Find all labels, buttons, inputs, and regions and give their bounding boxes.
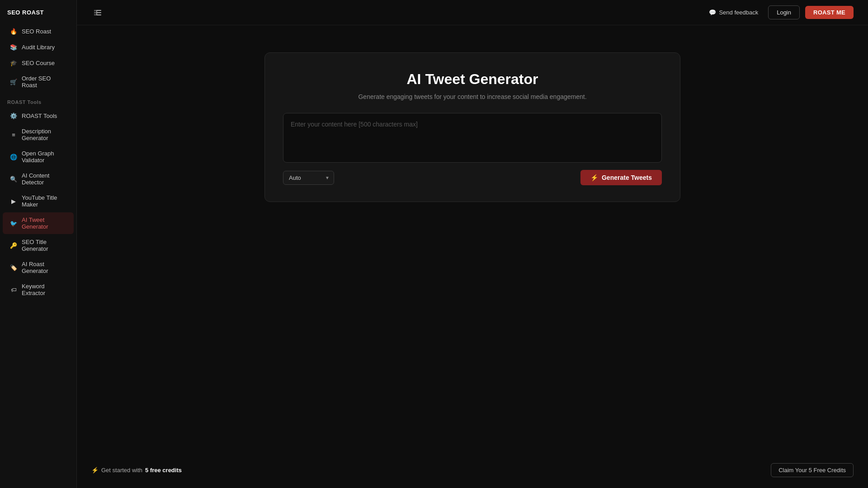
sidebar-item-ai-tweet-generator[interactable]: 🐦 AI Tweet Generator: [3, 212, 74, 234]
feedback-label: Send feedback: [719, 9, 758, 16]
generator-subtitle: Generate engaging tweets for your conten…: [358, 93, 586, 100]
sidebar-item-ai-content-detector[interactable]: 🔍 AI Content Detector: [3, 168, 74, 190]
sidebar-tools-label: ROAST Tools: [0, 93, 76, 108]
svg-rect-3: [94, 10, 97, 15]
sidebar-item-label-youtube-title-maker: YouTube Title Maker: [22, 194, 66, 208]
send-feedback-button[interactable]: 💬 Send feedback: [704, 6, 763, 19]
sidebar-item-description-generator[interactable]: ≡ Description Generator: [3, 124, 74, 145]
generator-card: AI Tweet Generator Generate engaging twe…: [264, 52, 680, 202]
sidebar-item-label-open-graph-validator: Open Graph Validator: [22, 150, 66, 164]
nav-icon-keyword-extractor: 🏷: [10, 286, 17, 293]
credits-prefix: Get started with: [101, 467, 142, 474]
nav-icon-roast-tools: ⚙️: [10, 112, 17, 119]
sidebar-item-label-ai-roast-generator: AI Roast Generator: [22, 261, 66, 274]
nav-icon-seo-title-generator: 🔑: [10, 242, 17, 249]
credits-emoji: ⚡: [91, 467, 99, 474]
sidebar-item-label-keyword-extractor: Keyword Extractor: [22, 283, 66, 296]
topbar-left: [91, 6, 104, 19]
sidebar-item-label-order-seo-roast: Order SEO Roast: [22, 75, 66, 89]
nav-icon-ai-tweet-generator: 🐦: [10, 220, 17, 227]
credits-info: ⚡ Get started with 5 free credits: [91, 467, 182, 474]
nav-icon-description-generator: ≡: [10, 131, 17, 138]
sidebar-brand: SEO ROAST: [0, 7, 76, 23]
feedback-icon: 💬: [709, 9, 716, 16]
sidebar-item-label-ai-tweet-generator: AI Tweet Generator: [22, 216, 66, 230]
nav-icon-ai-roast-generator: 🏷️: [10, 264, 17, 271]
generate-tweets-button[interactable]: ⚡ Generate Tweets: [580, 170, 662, 185]
main-area: 💬 Send feedback Login ROAST ME AI Tweet …: [77, 0, 868, 488]
nav-icon-youtube-title-maker: ▶: [10, 197, 17, 205]
sidebar: SEO ROAST 🔥 SEO Roast 📚 Audit Library 🎓 …: [0, 0, 77, 488]
sidebar-item-label-ai-content-detector: AI Content Detector: [22, 172, 66, 186]
bottom-bar: ⚡ Get started with 5 free credits Claim …: [77, 463, 868, 477]
sidebar-item-open-graph-validator[interactable]: 🌐 Open Graph Validator: [3, 146, 74, 168]
sidebar-top-section: 🔥 SEO Roast 📚 Audit Library 🎓 SEO Course…: [0, 23, 76, 93]
card-actions: Auto Informative Funny Promotional Inspi…: [283, 170, 662, 185]
generate-icon: ⚡: [590, 174, 598, 181]
topbar-right: 💬 Send feedback Login ROAST ME: [704, 5, 854, 19]
sidebar-tools-section: ⚙️ ROAST Tools ≡ Description Generator 🌐…: [0, 108, 76, 301]
content-input[interactable]: [283, 113, 662, 163]
sidebar-item-label-roast-tools: ROAST Tools: [22, 113, 57, 119]
sidebar-toggle-icon: [93, 8, 102, 17]
nav-icon-order-seo-roast: 🛒: [10, 78, 17, 85]
sidebar-item-keyword-extractor[interactable]: 🏷 Keyword Extractor: [3, 279, 74, 300]
generate-button-label: Generate Tweets: [602, 174, 652, 181]
sidebar-item-label-seo-roast: SEO Roast: [22, 28, 51, 35]
credits-count: 5 free credits: [145, 467, 182, 474]
toggle-sidebar-button[interactable]: [91, 6, 104, 19]
sidebar-item-order-seo-roast[interactable]: 🛒 Order SEO Roast: [3, 71, 74, 93]
claim-credits-button[interactable]: Claim Your 5 Free Credits: [771, 463, 854, 477]
sidebar-item-youtube-title-maker[interactable]: ▶ YouTube Title Maker: [3, 190, 74, 212]
sidebar-item-label-seo-course: SEO Course: [22, 60, 55, 66]
nav-icon-audit-library: 📚: [10, 43, 17, 51]
generator-title: AI Tweet Generator: [406, 71, 538, 88]
content-area: AI Tweet Generator Generate engaging twe…: [77, 25, 868, 488]
nav-icon-open-graph-validator: 🌐: [10, 153, 17, 160]
sidebar-item-label-audit-library: Audit Library: [22, 44, 55, 51]
nav-icon-seo-roast: 🔥: [10, 28, 17, 35]
sidebar-item-seo-course[interactable]: 🎓 SEO Course: [3, 55, 74, 70]
sidebar-item-seo-title-generator[interactable]: 🔑 SEO Title Generator: [3, 235, 74, 256]
nav-icon-ai-content-detector: 🔍: [10, 175, 17, 183]
roast-me-button[interactable]: ROAST ME: [805, 6, 854, 19]
sidebar-item-label-description-generator: Description Generator: [22, 128, 66, 141]
sidebar-item-ai-roast-generator[interactable]: 🏷️ AI Roast Generator: [3, 257, 74, 278]
topbar: 💬 Send feedback Login ROAST ME: [77, 0, 868, 25]
tone-selector[interactable]: Auto Informative Funny Promotional Inspi…: [283, 171, 334, 185]
login-button[interactable]: Login: [768, 5, 800, 19]
sidebar-item-roast-tools[interactable]: ⚙️ ROAST Tools: [3, 108, 74, 123]
nav-icon-seo-course: 🎓: [10, 59, 17, 66]
sidebar-item-audit-library[interactable]: 📚 Audit Library: [3, 39, 74, 55]
sidebar-item-label-seo-title-generator: SEO Title Generator: [22, 239, 66, 252]
tone-selector-wrapper: Auto Informative Funny Promotional Inspi…: [283, 171, 334, 185]
sidebar-item-seo-roast[interactable]: 🔥 SEO Roast: [3, 23, 74, 39]
